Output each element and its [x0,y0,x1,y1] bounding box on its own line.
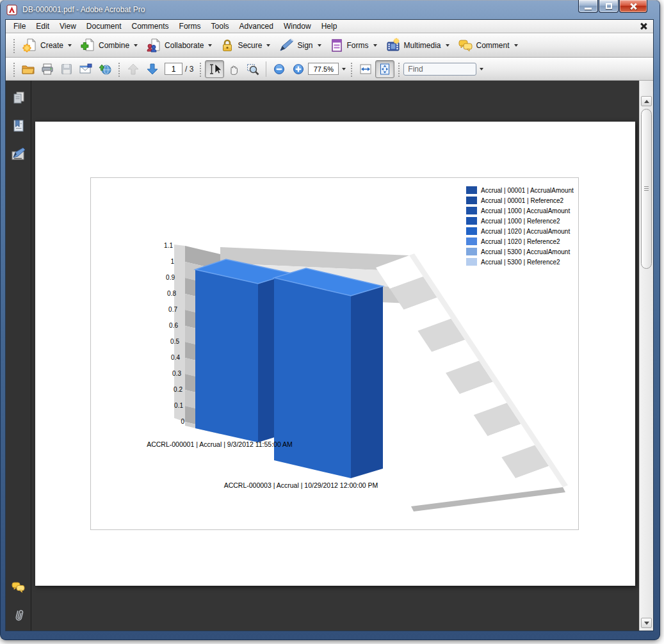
legend-swatch [466,217,477,225]
combine-button[interactable]: Combine [77,36,143,55]
attachments-panel-button[interactable] [6,605,31,627]
combine-label: Combine [99,41,129,50]
tasks-toolbar: Create Combine [6,33,653,58]
svg-text:0.1: 0.1 [174,402,183,409]
secure-lock-icon [220,38,234,52]
marquee-zoom-icon [246,63,260,76]
page-number-input[interactable] [165,63,182,75]
acrobat-window: DB-000001.pdf - Adobe Acrobat Pro File E… [0,0,660,640]
category-label-1: ACCRL-000001 | Accrual | 9/3/2012 11:55:… [147,440,293,448]
menu-document[interactable]: Document [81,20,127,33]
find-dropdown[interactable] [476,63,485,75]
menu-window[interactable]: Window [279,20,316,33]
category-label-2: ACCRL-000003 | Accrual | 10/29/2012 12:0… [224,481,378,489]
collaborate-label: Collaborate [165,41,204,50]
comments-panel-button[interactable] [6,577,31,599]
create-label: Create [40,41,63,50]
open-button[interactable] [19,60,38,78]
zoom-in-icon [293,63,304,75]
create-caret-icon [68,44,72,47]
fit-width-icon [359,63,372,76]
menu-edit[interactable]: Edit [31,20,54,33]
toolbar-grip[interactable] [117,61,121,77]
svg-text:0: 0 [181,418,184,425]
create-button[interactable]: Create [19,36,77,55]
hand-tool-icon [227,63,240,76]
menu-advanced[interactable]: Advanced [234,20,279,33]
scrollbar-thumb[interactable] [641,109,652,269]
legend-item: Accrual | 5300 | AccrualAmount [466,246,574,257]
scroll-down-icon [644,622,649,625]
sign-button[interactable]: Sign [275,36,326,54]
upload-button[interactable] [95,60,115,78]
legend-swatch [466,227,477,235]
toolbar-grip[interactable] [12,61,16,77]
menu-comments[interactable]: Comments [127,20,174,33]
scroll-down-button[interactable] [641,618,652,628]
signatures-panel-button[interactable] [6,143,31,165]
bookmarks-panel-icon [11,118,26,134]
legend-swatch [466,237,477,245]
menu-tools[interactable]: Tools [206,20,234,33]
fit-page-button[interactable] [375,60,394,78]
svg-text:0.9: 0.9 [166,274,175,281]
navigation-panel [6,81,31,631]
pages-panel-icon [11,90,26,106]
zoom-level-dropdown[interactable] [339,63,347,75]
toolbar-grip[interactable] [397,61,401,77]
marquee-zoom-button[interactable] [243,60,263,78]
fit-width-button[interactable] [356,60,375,78]
collaborate-button[interactable]: Collaborate [143,36,217,55]
menu-view[interactable]: View [54,20,81,33]
save-icon [60,63,73,76]
pages-panel-button[interactable] [6,87,31,109]
page-count-label: / 3 [185,65,193,74]
print-icon [41,63,54,76]
vertical-scrollbar[interactable] [639,81,653,631]
toolbar-grip[interactable] [198,61,202,77]
zoom-out-button[interactable] [270,60,289,78]
zoom-out-icon [273,63,285,75]
menu-file[interactable]: File [8,20,31,33]
document-view[interactable]: 1.1 1 0.9 0.8 0.7 0.6 0.5 0.4 0.3 0.2 0. [31,81,639,631]
scroll-up-button[interactable] [641,96,652,106]
next-page-button[interactable] [143,60,162,78]
comment-bubbles-icon [458,38,473,52]
multimedia-caret-icon [446,44,449,47]
fit-page-icon [378,63,391,76]
minimize-button[interactable] [578,0,598,13]
menu-help[interactable]: Help [316,20,343,33]
acrobat-app-icon [6,4,17,15]
menu-forms[interactable]: Forms [174,20,206,33]
hand-tool-button[interactable] [224,60,243,78]
select-tool-button[interactable] [205,60,224,78]
forms-button[interactable]: Forms [327,36,382,54]
close-button[interactable] [619,0,647,13]
secure-button[interactable]: Secure [217,36,275,54]
legend-item: Accrual | 00001 | Reference2 [466,195,574,205]
close-icon [629,3,637,10]
toolbar-grip[interactable] [12,38,16,53]
maximize-button[interactable] [599,0,619,13]
file-toolbar: / 3 [6,58,653,81]
select-tool-icon [207,63,222,76]
multimedia-button[interactable]: Multimedia [382,36,455,55]
legend-item: Accrual | 1000 | AccrualAmount [466,205,574,216]
bookmarks-panel-button[interactable] [6,115,31,137]
menubar-close-icon[interactable] [640,23,647,29]
zoom-level-value[interactable]: 77.5% [308,63,339,75]
toolbar-grip[interactable] [350,61,353,77]
title-bar[interactable]: DB-000001.pdf - Adobe Acrobat Pro [0,0,660,19]
legend-item: Accrual | 1000 | Reference2 [466,216,574,226]
menu-bar: File Edit View Document Comments Forms T… [6,20,653,33]
svg-text:0.8: 0.8 [167,290,176,297]
sign-caret-icon [318,44,321,47]
scrollbar-grip-icon [644,186,649,191]
scroll-up-icon [644,100,649,103]
email-button[interactable] [76,60,95,78]
print-button[interactable] [38,60,57,78]
find-input[interactable] [403,63,476,76]
zoom-in-button[interactable] [289,60,308,78]
comment-button[interactable]: Comment [455,36,523,54]
svg-text:1.1: 1.1 [164,242,173,249]
